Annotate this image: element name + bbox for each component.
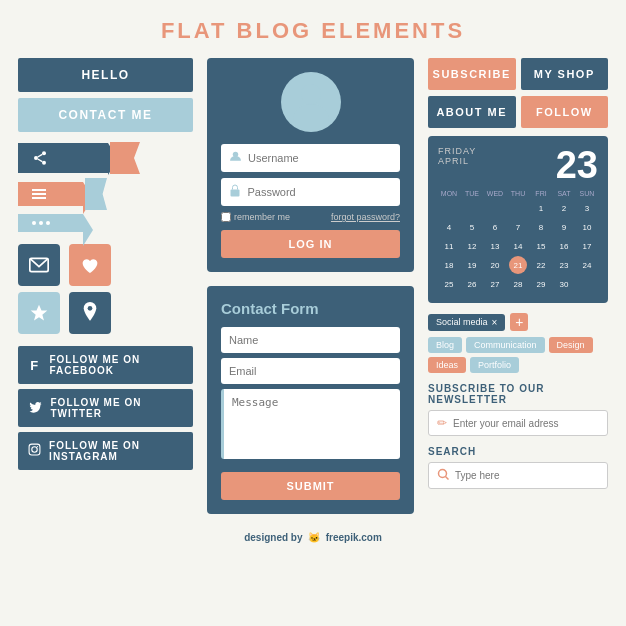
calendar-day-25[interactable]: 25 [440, 275, 458, 293]
calendar-day-20[interactable]: 20 [486, 256, 504, 274]
password-input[interactable] [247, 186, 392, 198]
password-field-wrapper [221, 178, 400, 206]
calendar-day-6[interactable]: 6 [486, 218, 504, 236]
calendar-day-19[interactable]: 19 [463, 256, 481, 274]
user-icon [229, 150, 242, 166]
center-column: remember me forgot password? Log in Cont… [207, 58, 414, 514]
svg-rect-13 [231, 190, 240, 197]
twitter-icon [28, 400, 43, 416]
calendar-day-29[interactable]: 29 [532, 275, 550, 293]
contact-email-input[interactable] [221, 358, 400, 384]
calendar-day-23[interactable]: 23 [555, 256, 573, 274]
calendar-day-7[interactable]: 7 [509, 218, 527, 236]
my-shop-button[interactable]: MY SHOP [521, 58, 609, 90]
calendar-day-15[interactable]: 15 [532, 237, 550, 255]
calendar-day-22[interactable]: 22 [532, 256, 550, 274]
share-ribbon[interactable] [18, 142, 193, 174]
svg-point-11 [301, 84, 321, 104]
tag-close-icon[interactable]: × [492, 317, 498, 328]
dots-ribbon[interactable] [18, 214, 193, 232]
twitter-button[interactable]: FOLLOW ME ON TWITTER [18, 389, 193, 427]
calendar-day-9[interactable]: 9 [555, 218, 573, 236]
social-buttons: f FOLLOW ME ON FACEBOOK FOLLOW ME ON TWI… [18, 346, 193, 470]
footer: designed by 🐱 freepik.com [0, 524, 626, 553]
follow-button[interactable]: FOLLOW [521, 96, 609, 128]
tag-communication[interactable]: Communication [466, 337, 545, 353]
calendar-day-8[interactable]: 8 [532, 218, 550, 236]
menu-ribbon[interactable] [18, 178, 193, 210]
subscribe-button[interactable]: SUBSCRIBE [428, 58, 516, 90]
calendar-day-24[interactable]: 24 [578, 256, 596, 274]
calendar-day-10[interactable]: 10 [578, 218, 596, 236]
calendar-empty-cell [509, 199, 527, 217]
dots-icon [32, 221, 50, 225]
instagram-label: FOLLOW ME ON INSTAGRAM [49, 440, 183, 462]
remember-checkbox[interactable] [221, 212, 231, 222]
svg-point-1 [34, 156, 38, 160]
calendar-day-11[interactable]: 11 [440, 237, 458, 255]
about-me-button[interactable]: ABOUT ME [428, 96, 516, 128]
tag-add-button[interactable]: + [510, 313, 528, 331]
star-icon-box[interactable] [18, 292, 60, 334]
search-section: SEARCH [428, 446, 608, 489]
contact-name-input[interactable] [221, 327, 400, 353]
active-tag[interactable]: Social media × [428, 314, 505, 331]
svg-point-9 [32, 447, 37, 452]
calendar-day-26[interactable]: 26 [463, 275, 481, 293]
footer-brand: freepik.com [326, 532, 382, 543]
facebook-button[interactable]: f FOLLOW ME ON FACEBOOK [18, 346, 193, 384]
search-input[interactable] [455, 470, 599, 481]
calendar-day-14[interactable]: 14 [509, 237, 527, 255]
login-button[interactable]: Log in [221, 230, 400, 258]
login-options: remember me forgot password? [221, 212, 400, 222]
calendar-grid-header: MON TUE WED THU FRI SAT SUN [438, 190, 598, 197]
username-input[interactable] [248, 152, 392, 164]
calendar-month-label: APRIL [438, 156, 476, 166]
calendar-day-16[interactable]: 16 [555, 237, 573, 255]
heart-icon-box[interactable] [69, 244, 111, 286]
share-ribbon-bar[interactable] [18, 143, 108, 173]
tag-portfolio[interactable]: Portfolio [470, 357, 519, 373]
left-column: HELLO CONTACT ME [18, 58, 193, 514]
calendar-day-5[interactable]: 5 [463, 218, 481, 236]
calendar-day-28[interactable]: 28 [509, 275, 527, 293]
calendar-day-2[interactable]: 2 [555, 199, 573, 217]
calendar-day-3[interactable]: 3 [578, 199, 596, 217]
calendar-day-27[interactable]: 27 [486, 275, 504, 293]
menu-ribbon-bar[interactable] [18, 182, 83, 206]
email-icon-box[interactable] [18, 244, 60, 286]
calendar-day-12[interactable]: 12 [463, 237, 481, 255]
forgot-password-link[interactable]: forgot password? [331, 212, 400, 222]
calendar-grid: 1234567891011121314151617181920212223242… [438, 199, 598, 293]
calendar-day-17[interactable]: 17 [578, 237, 596, 255]
cal-header-wed: WED [484, 190, 506, 197]
calendar-day-18[interactable]: 18 [440, 256, 458, 274]
calendar-day-1[interactable]: 1 [532, 199, 550, 217]
calendar-day-21[interactable]: 21 [509, 256, 527, 274]
calendar-day-30[interactable]: 30 [555, 275, 573, 293]
dots-ribbon-bar[interactable] [18, 214, 83, 232]
tag-ideas[interactable]: Ideas [428, 357, 466, 373]
svg-line-3 [38, 159, 43, 162]
contact-message-input[interactable] [221, 389, 400, 459]
location-icon-box[interactable] [69, 292, 111, 334]
footer-text: designed by [244, 532, 302, 543]
contact-me-button[interactable]: CONTACT ME [18, 98, 193, 132]
tag-design[interactable]: Design [549, 337, 593, 353]
calendar-day-13[interactable]: 13 [486, 237, 504, 255]
ribbon-tail-2 [85, 178, 107, 210]
remember-label[interactable]: remember me [221, 212, 290, 222]
submit-button[interactable]: Submit [221, 472, 400, 500]
cal-header-tue: TUE [461, 190, 483, 197]
calendar-day-4[interactable]: 4 [440, 218, 458, 236]
calendar: FRIDAY APRIL 23 MON TUE WED THU FRI SAT … [428, 136, 608, 303]
menu-icon [32, 189, 46, 199]
instagram-button[interactable]: FOLLOW ME ON INSTAGRAM [18, 432, 193, 470]
facebook-icon: f [28, 358, 41, 373]
newsletter-input[interactable] [453, 418, 599, 429]
newsletter-input-wrapper: ✏ [428, 410, 608, 436]
cal-header-sun: SUN [576, 190, 598, 197]
tag-blog[interactable]: Blog [428, 337, 462, 353]
hello-button[interactable]: HELLO [18, 58, 193, 92]
svg-line-15 [446, 477, 449, 480]
